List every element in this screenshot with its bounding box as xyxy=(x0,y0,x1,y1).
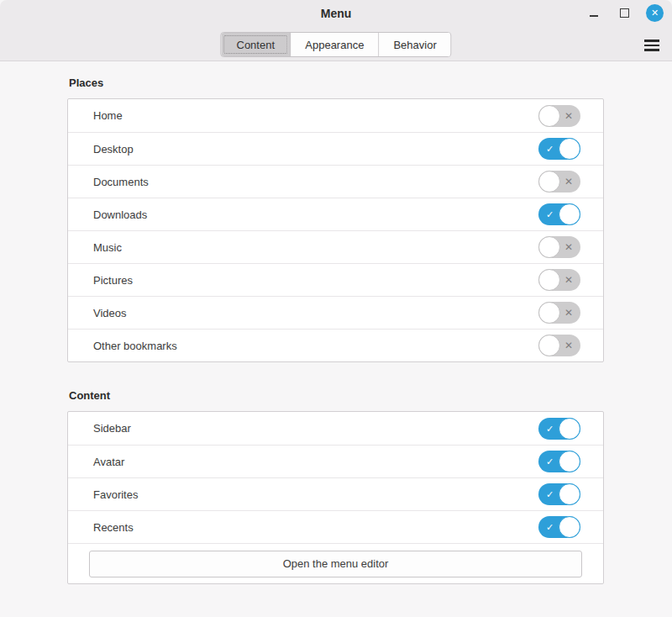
toggle-switch[interactable]: ✕ xyxy=(538,335,580,356)
hamburger-menu-icon xyxy=(644,40,659,42)
settings-row: Music ✕ xyxy=(68,230,603,263)
check-icon: ✓ xyxy=(546,145,554,154)
tab-behavior[interactable]: Behavior xyxy=(379,33,450,56)
toggle-knob xyxy=(559,418,580,440)
row-label: Favorites xyxy=(93,488,138,501)
toggle-knob xyxy=(559,203,580,225)
check-icon: ✓ xyxy=(546,523,554,532)
settings-page-content: Places Home ✕ Desktop ✓ Documents ✕ Down… xyxy=(0,61,672,584)
row-label: Avatar xyxy=(93,456,124,468)
close-icon: ✕ xyxy=(651,8,659,18)
button-row: Open the menu editor xyxy=(68,543,603,583)
toggle-knob xyxy=(559,516,580,538)
tab-content[interactable]: Content xyxy=(221,33,291,56)
hamburger-menu-button[interactable] xyxy=(643,37,661,54)
check-icon: ✓ xyxy=(546,490,554,499)
row-label: Downloads xyxy=(93,208,147,221)
settings-row: Sidebar ✓ xyxy=(68,412,603,445)
toggle-switch[interactable]: ✓ xyxy=(538,418,580,440)
settings-row: Videos ✕ xyxy=(68,296,603,329)
settings-row: Other bookmarks ✕ xyxy=(68,329,603,361)
places-panel: Home ✕ Desktop ✓ Documents ✕ Downloads ✓… xyxy=(67,98,604,362)
hamburger-menu-icon xyxy=(644,49,659,51)
row-label: Pictures xyxy=(93,274,133,287)
cross-icon: ✕ xyxy=(564,242,573,252)
open-menu-editor-button[interactable]: Open the menu editor xyxy=(89,551,582,577)
settings-row: Home ✕ xyxy=(68,99,603,132)
hamburger-menu-icon xyxy=(644,45,659,47)
toggle-switch[interactable]: ✕ xyxy=(538,171,580,192)
toggle-switch[interactable]: ✓ xyxy=(538,483,580,505)
row-label: Home xyxy=(93,109,123,122)
settings-row: Favorites ✓ xyxy=(68,477,603,510)
row-label: Music xyxy=(93,241,122,254)
row-label: Documents xyxy=(93,176,149,188)
toggle-switch[interactable]: ✓ xyxy=(538,138,580,160)
toggle-switch[interactable]: ✓ xyxy=(538,203,580,225)
toggle-switch[interactable]: ✕ xyxy=(538,302,580,324)
toggle-knob xyxy=(538,236,560,258)
row-label: Other bookmarks xyxy=(93,340,177,352)
toggle-switch[interactable]: ✓ xyxy=(538,451,580,472)
settings-row: Downloads ✓ xyxy=(68,198,603,230)
cross-icon: ✕ xyxy=(564,111,573,121)
section-title-content: Content xyxy=(69,389,672,402)
maximize-icon xyxy=(620,8,629,18)
toggle-knob xyxy=(559,451,580,472)
settings-row: Pictures ✕ xyxy=(68,263,603,296)
minimize-button[interactable] xyxy=(585,4,602,21)
tab-appearance[interactable]: Appearance xyxy=(291,33,379,56)
section-title-places: Places xyxy=(69,76,672,89)
minimize-icon xyxy=(590,15,598,17)
check-icon: ✓ xyxy=(546,424,554,433)
cross-icon: ✕ xyxy=(564,308,573,318)
row-label: Videos xyxy=(93,307,127,319)
close-button[interactable]: ✕ xyxy=(646,4,664,22)
cross-icon: ✕ xyxy=(564,275,573,285)
toggle-knob xyxy=(559,483,580,505)
toggle-knob xyxy=(559,138,580,160)
tab-group: Content Appearance Behavior xyxy=(220,32,451,57)
row-label: Recents xyxy=(93,521,134,534)
settings-row: Documents ✕ xyxy=(68,165,603,198)
settings-row: Recents ✓ xyxy=(68,510,603,543)
titlebar: Menu ✕ xyxy=(0,0,672,25)
content-panel: Sidebar ✓ Avatar ✓ Favorites ✓ Recents ✓… xyxy=(67,411,604,584)
toggle-knob xyxy=(538,105,560,127)
cross-icon: ✕ xyxy=(564,340,573,351)
toggle-switch[interactable]: ✕ xyxy=(538,269,580,291)
settings-row: Avatar ✓ xyxy=(68,445,603,477)
check-icon: ✓ xyxy=(546,210,554,219)
toggle-knob xyxy=(538,335,560,356)
maximize-button[interactable] xyxy=(616,4,633,21)
settings-window: Menu ✕ Content Appearance Behavior xyxy=(0,0,672,617)
toggle-switch[interactable]: ✕ xyxy=(538,236,580,258)
toggle-switch[interactable]: ✓ xyxy=(538,516,580,538)
toggle-knob xyxy=(538,171,560,192)
check-icon: ✓ xyxy=(546,457,554,467)
settings-row: Desktop ✓ xyxy=(68,132,603,165)
row-label: Desktop xyxy=(93,143,134,156)
toggle-knob xyxy=(538,302,560,324)
toggle-knob xyxy=(538,269,560,291)
window-controls: ✕ xyxy=(585,0,664,25)
row-label: Sidebar xyxy=(93,422,131,435)
toggle-switch[interactable]: ✕ xyxy=(538,105,580,127)
cross-icon: ✕ xyxy=(564,177,573,187)
window-title: Menu xyxy=(0,7,672,20)
window-header: Menu ✕ Content Appearance Behavior xyxy=(0,0,672,61)
